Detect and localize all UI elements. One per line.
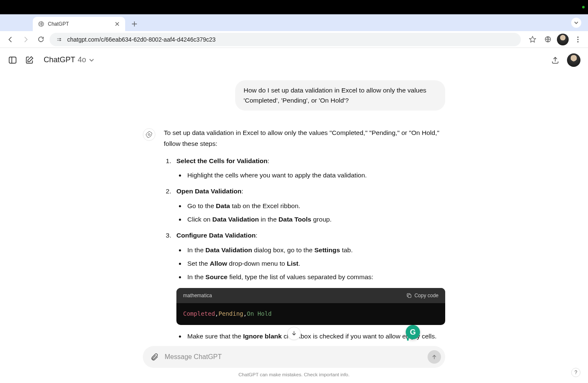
browser-address-bar: chatgpt.com/c/66eab634-62d0-8002-aaf4-d4… <box>0 31 588 48</box>
forward-button[interactable] <box>19 33 32 46</box>
url-field[interactable]: chatgpt.com/c/66eab634-62d0-8002-aaf4-d4… <box>50 33 521 46</box>
code-block: mathematicaCopy codeCompleted,Pending,On… <box>176 288 445 325</box>
sidebar-toggle-button[interactable] <box>8 55 18 65</box>
step-bullet: Set the Allow drop-down menu to List. <box>186 258 445 269</box>
svg-rect-7 <box>9 57 16 63</box>
composer[interactable] <box>143 346 445 368</box>
attach-button[interactable] <box>150 352 160 362</box>
tab-title: ChatGPT <box>48 21 114 27</box>
code-language-label: mathematica <box>183 291 212 300</box>
assistant-body: To set up data validation in Excel to al… <box>164 127 445 343</box>
step-bullet: Click on Data Validation in the Data Too… <box>186 214 445 225</box>
app-header: ChatGPT 4o <box>0 48 588 72</box>
browser-tab[interactable]: ChatGPT <box>33 17 125 31</box>
svg-point-6 <box>578 41 579 42</box>
step-item: Open Data Validation:Go to the Data tab … <box>173 186 445 225</box>
model-version: 4o <box>78 55 86 64</box>
svg-point-4 <box>578 37 579 38</box>
step-item: Select the Cells for Validation:Highligh… <box>173 156 445 181</box>
assistant-message: To set up data validation in Excel to al… <box>143 127 445 343</box>
tab-overflow-button[interactable] <box>571 18 581 28</box>
browser-tab-strip: ChatGPT <box>0 14 588 31</box>
user-avatar[interactable] <box>567 53 580 67</box>
model-selector[interactable]: ChatGPT 4o <box>44 55 94 64</box>
svg-point-8 <box>148 134 150 136</box>
chat-area: How do I set up data validation in Excel… <box>0 72 588 343</box>
message-input[interactable] <box>165 353 423 361</box>
chatgpt-favicon-icon <box>38 21 45 27</box>
step-bullet: In the Data Validation dialog box, go to… <box>186 245 445 256</box>
site-controls-icon[interactable] <box>55 36 63 43</box>
close-tab-button[interactable] <box>114 21 120 27</box>
back-button[interactable] <box>4 33 17 46</box>
send-button[interactable] <box>428 350 441 364</box>
step-bullet: Highlight the cells where you want to ap… <box>186 170 445 181</box>
url-text: chatgpt.com/c/66eab634-62d0-8002-aaf4-d4… <box>67 36 215 43</box>
recording-indicator-icon <box>582 6 585 8</box>
chatgpt-avatar-icon <box>143 128 155 141</box>
step-title: Open Data Validation <box>176 188 242 195</box>
copy-code-button[interactable]: Copy code <box>406 291 438 300</box>
step-title: Configure Data Validation <box>176 232 256 239</box>
svg-point-5 <box>578 39 579 40</box>
new-tab-button[interactable] <box>129 18 140 30</box>
help-button[interactable]: ? <box>571 368 580 377</box>
scroll-to-bottom-button[interactable] <box>287 327 301 340</box>
reload-button[interactable] <box>34 33 47 46</box>
star-bookmark-icon[interactable] <box>527 34 538 45</box>
step-bullet: In the Source field, type the list of va… <box>186 272 445 283</box>
step-title: Select the Cells for Validation <box>176 157 268 164</box>
share-button[interactable] <box>550 55 560 65</box>
step-item: Configure Data Validation:In the Data Va… <box>173 230 445 342</box>
disclaimer-text: ChatGPT can make mistakes. Check importa… <box>239 372 349 377</box>
model-name: ChatGPT <box>44 55 75 64</box>
composer-area: ChatGPT can make mistakes. Check importa… <box>0 343 588 383</box>
assistant-intro: To set up data validation in Excel to al… <box>164 127 445 150</box>
new-chat-button[interactable] <box>24 55 34 65</box>
browser-profile-avatar[interactable] <box>557 34 569 45</box>
extension-icon[interactable] <box>542 34 554 45</box>
grammarly-badge-icon[interactable]: G <box>406 325 420 339</box>
browser-menu-button[interactable] <box>572 34 584 45</box>
user-bubble: How do I set up data validation in Excel… <box>235 80 445 111</box>
code-content: Completed,Pending,On Hold <box>176 303 445 325</box>
user-message: How do I set up data validation in Excel… <box>143 80 445 111</box>
step-bullet: Go to the Data tab on the Excel ribbon. <box>186 201 445 211</box>
svg-rect-9 <box>408 294 411 297</box>
chevron-down-icon <box>89 57 94 63</box>
os-title-bar <box>0 0 588 14</box>
